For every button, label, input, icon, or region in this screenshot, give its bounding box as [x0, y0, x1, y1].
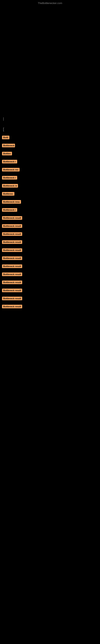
bottleneck-badge[interactable]: Bottleneck result — [2, 232, 22, 236]
list-item[interactable]: Bottleneck — [2, 144, 98, 148]
list-item[interactable]: Bottleneck r — [2, 160, 98, 164]
list-item[interactable]: Bottleneck r — [2, 176, 98, 180]
bottleneck-badge[interactable]: Bottlen — [2, 152, 12, 155]
list-item[interactable]: Bottleneck result — [2, 216, 98, 220]
bottleneck-badge[interactable]: Bottleneck r — [2, 160, 17, 164]
list-item[interactable]: Bottleneck result — [2, 248, 98, 253]
bottleneck-badge[interactable]: Bottleneck result — [2, 280, 22, 284]
section-marker: [ — [2, 127, 98, 132]
list-item[interactable]: Bottlenec — [2, 192, 98, 196]
list-item[interactable]: Bottleneck result — [2, 288, 98, 293]
list-item[interactable]: Bottleneck result — [2, 232, 98, 237]
bottleneck-badge[interactable]: Bottleneck r — [2, 208, 17, 212]
list-item[interactable]: Bottleneck result — [2, 256, 98, 261]
bottleneck-badge[interactable]: Bottlenec — [2, 192, 14, 196]
bottleneck-badge[interactable]: Bottleneck res — [2, 168, 20, 172]
list-item[interactable]: Bottleneck result — [2, 272, 98, 277]
list-item[interactable]: Bottleneck resu — [2, 200, 98, 204]
list-item[interactable]: Bottl — [2, 136, 98, 140]
bottleneck-badge[interactable]: Bottleneck r — [2, 176, 17, 180]
bottleneck-badge[interactable]: Bottleneck result — [2, 297, 22, 300]
cursor-indicator: | — [2, 117, 98, 121]
list-item[interactable]: Bottleneck result — [2, 224, 98, 228]
bottleneck-list: Bottl Bottleneck Bottlen Bottleneck r Bo… — [2, 136, 98, 313]
bottleneck-badge[interactable]: Bottleneck result — [2, 248, 22, 252]
bottleneck-badge[interactable]: Bottleneck resu — [2, 200, 21, 204]
bottleneck-badge[interactable]: Bottleneck — [2, 144, 15, 147]
bottleneck-badge[interactable]: Bottleneck result — [2, 256, 22, 260]
list-item[interactable]: Bottleneck result — [2, 240, 98, 245]
bottleneck-badge[interactable]: Bottleneck re — [2, 184, 18, 188]
list-item[interactable]: Bottleneck result — [2, 305, 98, 309]
list-item[interactable]: Bottleneck result — [2, 264, 98, 269]
bottleneck-badge[interactable]: Bottleneck result — [2, 240, 22, 244]
bottleneck-badge[interactable]: Bottleneck result — [2, 216, 22, 220]
list-item[interactable]: Bottlen — [2, 152, 98, 156]
bottleneck-badge[interactable]: Bottleneck result — [2, 264, 22, 268]
list-item[interactable]: Bottleneck result — [2, 297, 98, 301]
bottleneck-badge[interactable]: Bottleneck result — [2, 305, 22, 308]
bottleneck-badge[interactable]: Bottleneck result — [2, 272, 22, 276]
list-item[interactable]: Bottleneck result — [2, 280, 98, 285]
site-title: TheBottlenecker.com — [38, 2, 62, 5]
list-item[interactable]: Bottleneck res — [2, 168, 98, 172]
list-item[interactable]: Bottleneck r — [2, 208, 98, 212]
bottleneck-badge[interactable]: Bottleneck result — [2, 288, 22, 292]
bottleneck-badge[interactable]: Bottl — [2, 136, 9, 139]
bottleneck-badge[interactable]: Bottleneck result — [2, 224, 22, 228]
list-item[interactable]: Bottleneck re — [2, 184, 98, 188]
